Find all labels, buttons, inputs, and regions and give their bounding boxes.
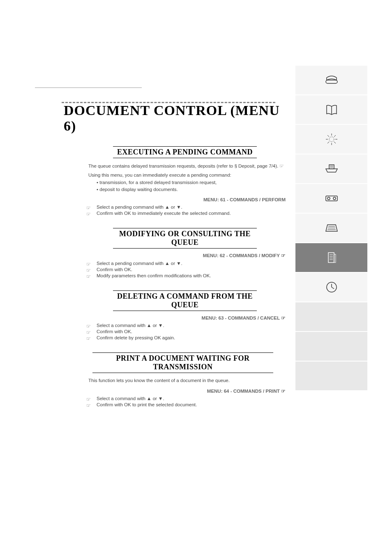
s1-item2-text: deposit to display waiting documents. [99,187,178,192]
section-modifying-heading: MODIFYING OR CONSULTING THE QUEUE [113,228,257,249]
svg-point-2 [329,137,334,142]
section1-intro-text: The queue contains delayed transmission … [88,164,278,168]
section2-step3: ☞Modify parameters then confirm modifica… [88,273,286,278]
section-print-heading: PRINT A DOCUMENT WAITING FOR TRANSMISSIO… [92,352,273,373]
tape-icon [323,190,340,207]
section2-menu: MENU: 62 - COMMANDS / MODIFY ☞ [88,252,286,259]
svg-line-8 [334,142,336,143]
sidebar-nav [295,66,367,391]
hand-icon: ☞ [281,315,286,321]
s4-step1-text: Select a command with ▲ or ▼. [97,396,164,401]
sidebar-item-empty [295,302,367,331]
section4-menu: MENU: 64 - COMMANDS / PRINT ☞ [88,387,286,395]
hand-icon: ☞ [279,163,284,169]
hand-icon: ☞ [86,323,91,329]
sidebar-item-book[interactable] [295,95,367,124]
section-executing-heading: EXECUTING A PENDING COMMAND [113,146,257,158]
s3-menu-text: MENU: 63 - COMMANDS / CANCEL [202,315,280,320]
hand-icon: ☞ [86,336,91,341]
s2-step3-text: Modify parameters then confirm modificat… [97,273,211,278]
main-content: DOCUMENT CONTROL (MENU 6) EXECUTING A PE… [35,66,281,408]
section4-intro: This function lets you know the content … [88,377,286,384]
hand-icon: ☞ [281,388,286,394]
section3-step3: ☞Confirm delete by pressing OK again. [88,335,286,340]
section-deleting-heading: DELETING A COMMAND FROM THE QUEUE [113,290,257,311]
hand-icon: ☞ [86,274,91,279]
sidebar-item-tape[interactable] [295,184,367,213]
svg-line-7 [327,135,329,137]
clock-icon [323,279,340,295]
s4-step2-text: Confirm with OK to print the selected do… [97,402,197,407]
section1-step1: ☞Select a pending command with ▲ or ▼. [88,205,286,210]
sidebar-item-sun[interactable] [295,125,367,154]
section3-menu: MENU: 63 - COMMANDS / CANCEL ☞ [88,314,286,322]
svg-rect-20 [328,253,334,263]
phone-icon [323,72,340,88]
hand-icon: ☞ [86,403,91,408]
s3-step2-text: Confirm with OK. [97,329,132,334]
s2-step2-text: Confirm with OK. [97,267,132,272]
svg-line-28 [332,287,334,289]
svg-rect-0 [326,80,337,83]
book-icon [323,101,340,118]
hand-icon: ☞ [86,261,91,267]
svg-rect-11 [329,165,334,169]
svg-point-15 [327,197,330,200]
s3-step1-text: Select a command with ▲ or ▼. [97,323,164,328]
section4-step2: ☞Confirm with OK to print the selected d… [88,402,286,407]
section3-step1: ☞Select a command with ▲ or ▼. [88,323,286,328]
document-icon [323,249,340,266]
s3-step3-text: Confirm delete by pressing OK again. [97,335,175,340]
scanner-icon [323,220,340,236]
printer-icon [323,161,340,177]
sidebar-item-document[interactable] [295,243,367,272]
sun-icon [323,131,340,147]
sidebar-item-clock[interactable] [295,273,367,302]
hand-icon: ☞ [86,329,91,335]
s2-menu-text: MENU: 62 - COMMANDS / MODIFY [203,253,280,258]
hand-icon: ☞ [86,396,91,402]
section1-item1: • transmission, for a stored delayed tra… [97,179,294,186]
s2-step1-text: Select a pending command with ▲ or ▼. [97,261,182,266]
svg-line-9 [334,135,336,137]
section3-step2: ☞Confirm with OK. [88,329,286,334]
svg-point-16 [333,197,336,200]
section2-step2: ☞Confirm with OK. [88,267,286,272]
section1-item2: • deposit to display waiting documents. [97,186,294,193]
sidebar-item-scanner[interactable] [295,214,367,242]
s1-step1-text: Select a pending command with ▲ or ▼. [97,205,182,210]
s1-step2-text: Confirm with OK to immediately execute t… [97,211,231,216]
hand-icon: ☞ [281,253,286,258]
s4-menu-text: MENU: 64 - COMMANDS / PRINT [207,389,280,394]
sidebar-item-printer[interactable] [295,154,367,183]
section1-intro: The queue contains delayed transmission … [88,162,286,170]
hand-icon: ☞ [86,267,91,273]
page-title: DOCUMENT CONTROL (MENU 6) [64,103,281,134]
s1-item1-text: transmission, for a stored delayed trans… [99,180,217,185]
section1-para1: Using this menu, you can immediately exe… [88,172,286,179]
hand-icon: ☞ [86,211,91,217]
section1-step2: ☞Confirm with OK to immediately execute … [88,211,286,216]
sidebar-item-empty [295,332,367,361]
section2-step1: ☞Select a pending command with ▲ or ▼. [88,261,286,266]
sidebar-item-empty [295,362,367,390]
section4-step1: ☞Select a command with ▲ or ▼. [88,396,286,401]
hand-icon: ☞ [86,205,91,211]
section1-menu: MENU: 61 - COMMANDS / PERFORM [88,196,286,203]
svg-line-10 [327,142,329,143]
sidebar-item-phone[interactable] [295,66,367,94]
